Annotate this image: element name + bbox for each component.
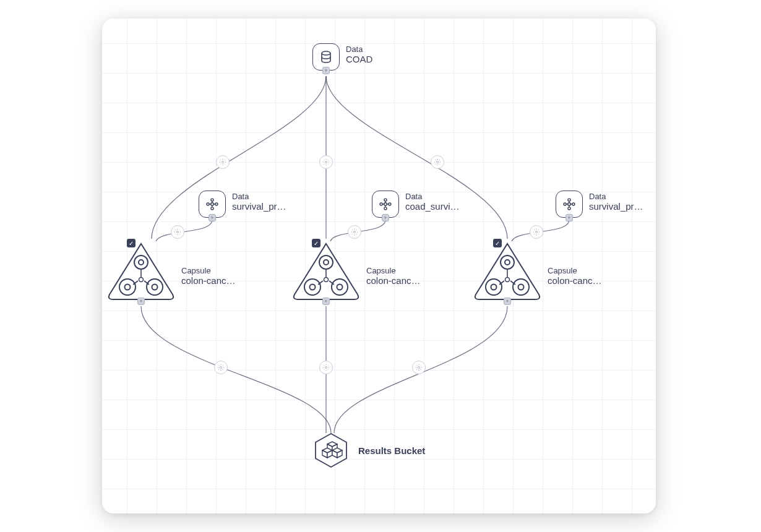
capsule-triangle-icon: ✓ +: [292, 240, 360, 302]
pipeline-canvas[interactable]: Data COAD Data survival_pr…: [102, 19, 656, 513]
svg-point-41: [486, 279, 502, 295]
svg-point-22: [564, 203, 566, 205]
svg-point-16: [384, 199, 387, 201]
database-icon: [312, 43, 340, 71]
in-port-icon[interactable]: ✓: [493, 239, 502, 247]
out-port-icon[interactable]: +: [504, 298, 511, 305]
svg-point-7: [325, 367, 327, 369]
svg-point-31: [139, 278, 144, 282]
svg-point-14: [211, 207, 213, 210]
edge-gear-icon[interactable]: [348, 225, 361, 239]
edge-gear-icon[interactable]: [431, 155, 444, 169]
node-title-label: colon-canc…: [366, 275, 421, 286]
node-title-label: colon-canc…: [181, 275, 236, 286]
data-node-survivalpr-1[interactable]: Data survival_pr…: [199, 191, 286, 218]
data-node-survivalpr-2[interactable]: Data survival_pr…: [556, 191, 643, 218]
results-bucket-node[interactable]: Results Bucket: [312, 432, 425, 469]
node-title-label: survival_pr…: [232, 201, 286, 212]
svg-point-18: [389, 203, 391, 205]
svg-point-45: [505, 278, 510, 282]
capsule-triangle-icon: ✓ +: [107, 240, 175, 302]
svg-point-43: [513, 279, 529, 295]
svg-point-2: [437, 161, 439, 163]
svg-point-38: [324, 278, 329, 282]
capsule-triangle-icon: ✓ +: [473, 240, 541, 302]
out-port-icon[interactable]: +: [322, 298, 330, 305]
svg-point-1: [325, 161, 327, 163]
data-node-coad[interactable]: Data COAD: [312, 43, 372, 71]
svg-point-17: [380, 203, 382, 205]
svg-point-13: [215, 203, 218, 205]
edge-gear-icon[interactable]: [319, 361, 333, 374]
node-type-label: Capsule: [366, 266, 421, 275]
svg-point-25: [134, 255, 148, 269]
svg-point-36: [332, 279, 348, 295]
data-node-coadsurvi[interactable]: Data coad_survi…: [372, 191, 460, 218]
svg-point-20: [568, 203, 571, 206]
cluster-icon: [199, 191, 226, 218]
out-port-icon[interactable]: +: [137, 298, 145, 305]
svg-point-10: [211, 203, 214, 206]
edge-gear-icon[interactable]: [214, 361, 228, 374]
boxes-icon: [312, 432, 350, 469]
node-type-label: Data: [405, 192, 460, 201]
svg-point-4: [354, 231, 356, 233]
edge-gear-icon[interactable]: [530, 225, 543, 239]
in-port-icon[interactable]: ✓: [127, 239, 135, 247]
svg-point-9: [322, 51, 330, 55]
edge-gear-icon[interactable]: [171, 225, 184, 239]
svg-point-11: [211, 199, 213, 201]
out-port-icon[interactable]: [209, 214, 216, 221]
node-type-label: Data: [232, 192, 286, 201]
node-type-label: Capsule: [548, 266, 602, 275]
edge-gear-icon[interactable]: [412, 361, 426, 374]
edge-gear-icon[interactable]: [319, 155, 333, 169]
svg-point-8: [418, 367, 420, 369]
capsule-node-1[interactable]: ✓ + Capsule colon-canc…: [107, 240, 236, 302]
out-port-icon[interactable]: [322, 67, 330, 74]
svg-point-6: [220, 367, 222, 369]
edge-gear-icon[interactable]: [216, 155, 230, 169]
svg-point-27: [119, 279, 135, 295]
svg-point-19: [384, 207, 387, 210]
capsule-node-2[interactable]: ✓ + Capsule colon-canc…: [292, 240, 421, 302]
node-type-label: Data: [589, 192, 643, 201]
out-port-icon[interactable]: [565, 214, 573, 221]
svg-point-5: [536, 231, 538, 233]
node-title-label: survival_pr…: [589, 201, 643, 212]
results-bucket-label: Results Bucket: [358, 445, 425, 456]
cluster-icon: [556, 191, 583, 218]
cluster-icon: [372, 191, 399, 218]
in-port-icon[interactable]: ✓: [312, 239, 320, 247]
svg-point-12: [207, 203, 209, 205]
node-title-label: coad_survi…: [405, 201, 460, 212]
out-port-icon[interactable]: [382, 214, 389, 221]
svg-point-34: [304, 279, 320, 295]
capsule-node-3[interactable]: ✓ + Capsule colon-canc…: [473, 240, 602, 302]
svg-point-24: [568, 207, 570, 210]
node-type-label: Capsule: [181, 266, 236, 275]
node-title-label: COAD: [346, 54, 372, 64]
svg-point-32: [319, 255, 333, 269]
node-type-label: Data: [346, 45, 372, 54]
node-title-label: colon-canc…: [548, 275, 602, 286]
svg-point-29: [147, 279, 163, 295]
svg-point-0: [222, 161, 224, 163]
svg-point-15: [384, 203, 387, 206]
svg-point-23: [572, 203, 575, 205]
svg-point-3: [177, 231, 179, 233]
svg-point-21: [568, 199, 570, 201]
svg-point-39: [501, 255, 514, 269]
